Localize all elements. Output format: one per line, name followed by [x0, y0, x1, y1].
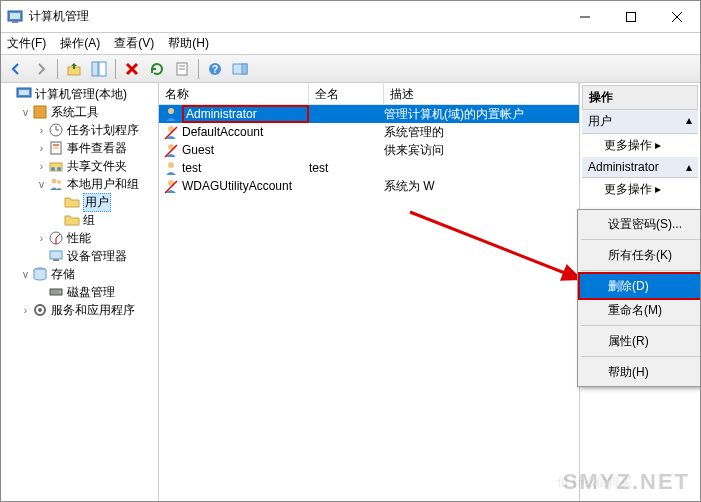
svg-rect-8: [92, 62, 98, 76]
delete-icon: [124, 61, 140, 77]
list-pane: 名称 全名 描述 Administrator 管理计算机(域)的内置帐户 Def…: [159, 83, 580, 501]
collapse-icon[interactable]: v: [19, 107, 32, 118]
folder-icon: [64, 212, 80, 228]
menu-action[interactable]: 操作(A): [60, 35, 100, 52]
menubar: 文件(F) 操作(A) 查看(V) 帮助(H): [1, 33, 700, 55]
minimize-button[interactable]: [562, 1, 608, 32]
tree-task-scheduler[interactable]: › 任务计划程序: [3, 121, 156, 139]
export-button[interactable]: [171, 58, 193, 80]
tree-system-tools[interactable]: v 系统工具: [3, 103, 156, 121]
svg-point-29: [52, 179, 57, 184]
delete-button[interactable]: [121, 58, 143, 80]
back-icon: [8, 61, 24, 77]
forward-icon: [33, 61, 49, 77]
folder-up-icon: [66, 61, 82, 77]
back-button[interactable]: [5, 58, 27, 80]
tree-event-viewer[interactable]: › 事件查看器: [3, 139, 156, 157]
column-headers: 名称 全名 描述: [159, 83, 579, 105]
toolbar: ?: [1, 55, 700, 83]
user-row[interactable]: Administrator 管理计算机(域)的内置帐户: [159, 105, 579, 123]
col-description[interactable]: 描述: [384, 83, 579, 104]
collapse-icon[interactable]: v: [19, 269, 32, 280]
user-row[interactable]: DefaultAccount 系统管理的: [159, 123, 579, 141]
ctx-delete[interactable]: 删除(D): [580, 274, 701, 298]
menu-separator: [581, 356, 701, 357]
help-icon: ?: [207, 61, 223, 77]
svg-rect-1: [10, 13, 20, 19]
ctx-help[interactable]: 帮助(H): [580, 360, 701, 384]
ctx-all-tasks[interactable]: 所有任务(K)▶: [580, 243, 701, 267]
user-row[interactable]: Guest 供来宾访问: [159, 141, 579, 159]
users-icon: [48, 176, 64, 192]
actions-section-admin[interactable]: Administrator▴: [582, 157, 698, 178]
tree-disk-management[interactable]: 磁盘管理: [3, 283, 156, 301]
computer-icon: [16, 86, 32, 102]
tree-local-users-groups[interactable]: v 本地用户和组: [3, 175, 156, 193]
svg-point-28: [57, 167, 61, 171]
svg-rect-16: [242, 64, 247, 74]
menu-file[interactable]: 文件(F): [7, 35, 46, 52]
expand-icon[interactable]: ›: [35, 125, 48, 136]
collapse-icon: ▴: [686, 113, 692, 130]
tree-device-manager[interactable]: 设备管理器: [3, 247, 156, 265]
svg-rect-33: [53, 259, 59, 261]
app-window: 计算机管理 文件(F) 操作(A) 查看(V) 帮助(H) ?: [0, 0, 701, 502]
expand-icon[interactable]: ›: [19, 305, 32, 316]
user-row[interactable]: test test: [159, 159, 579, 177]
navigation-tree[interactable]: 计算机管理(本地) v 系统工具 › 任务计划程序 › 事件查看器 › 共享文件…: [1, 83, 159, 501]
tree-shared-folders[interactable]: › 共享文件夹: [3, 157, 156, 175]
forward-button[interactable]: [30, 58, 52, 80]
user-row[interactable]: WDAGUtilityAccount 系统为 W: [159, 177, 579, 195]
col-name[interactable]: 名称: [159, 83, 309, 104]
refresh-button[interactable]: [146, 58, 168, 80]
close-icon: [672, 12, 682, 22]
svg-point-42: [168, 162, 174, 168]
svg-rect-32: [50, 251, 62, 259]
ctx-rename[interactable]: 重命名(M): [580, 298, 701, 322]
expand-icon[interactable]: ›: [35, 143, 48, 154]
ctx-set-password[interactable]: 设置密码(S)...: [580, 212, 701, 236]
help-button[interactable]: ?: [204, 58, 226, 80]
actions-more-2[interactable]: 更多操作 ▸: [582, 178, 698, 201]
up-button[interactable]: [63, 58, 85, 80]
shared-icon: [48, 158, 64, 174]
svg-point-39: [168, 108, 174, 114]
menu-view[interactable]: 查看(V): [114, 35, 154, 52]
show-hide-tree-button[interactable]: [88, 58, 110, 80]
actions-section-users[interactable]: 用户▴: [582, 110, 698, 134]
ctx-properties[interactable]: 属性(R): [580, 329, 701, 353]
tree-root[interactable]: 计算机管理(本地): [3, 85, 156, 103]
expand-icon[interactable]: ›: [35, 233, 48, 244]
clock-icon: [48, 122, 64, 138]
tree-groups[interactable]: 组: [3, 211, 156, 229]
svg-rect-19: [34, 106, 46, 118]
user-icon: [163, 106, 179, 122]
svg-rect-2: [12, 21, 18, 23]
maximize-button[interactable]: [608, 1, 654, 32]
col-fullname[interactable]: 全名: [309, 83, 384, 104]
tree-users[interactable]: 用户: [3, 193, 156, 211]
toolbar-separator: [198, 59, 199, 79]
expand-icon[interactable]: ›: [35, 161, 48, 172]
svg-point-27: [51, 167, 55, 171]
device-icon: [48, 248, 64, 264]
titlebar: 计算机管理: [1, 1, 700, 33]
user-icon: [163, 124, 179, 140]
collapse-icon[interactable]: v: [35, 179, 48, 190]
tree-performance[interactable]: › 性能: [3, 229, 156, 247]
annotation-arrow: [405, 207, 595, 297]
menu-separator: [581, 239, 701, 240]
storage-icon: [32, 266, 48, 282]
menu-help[interactable]: 帮助(H): [168, 35, 209, 52]
svg-line-44: [410, 212, 580, 279]
user-icon: [163, 178, 179, 194]
tree-services-apps[interactable]: › 服务和应用程序: [3, 301, 156, 319]
chevron-right-icon: ▸: [655, 182, 661, 196]
actionpane-toggle-button[interactable]: [229, 58, 251, 80]
maximize-icon: [626, 12, 636, 22]
app-icon: [7, 9, 23, 25]
close-button[interactable]: [654, 1, 700, 32]
tree-storage[interactable]: v 存储: [3, 265, 156, 283]
event-icon: [48, 140, 64, 156]
actions-more-1[interactable]: 更多操作 ▸: [582, 134, 698, 157]
